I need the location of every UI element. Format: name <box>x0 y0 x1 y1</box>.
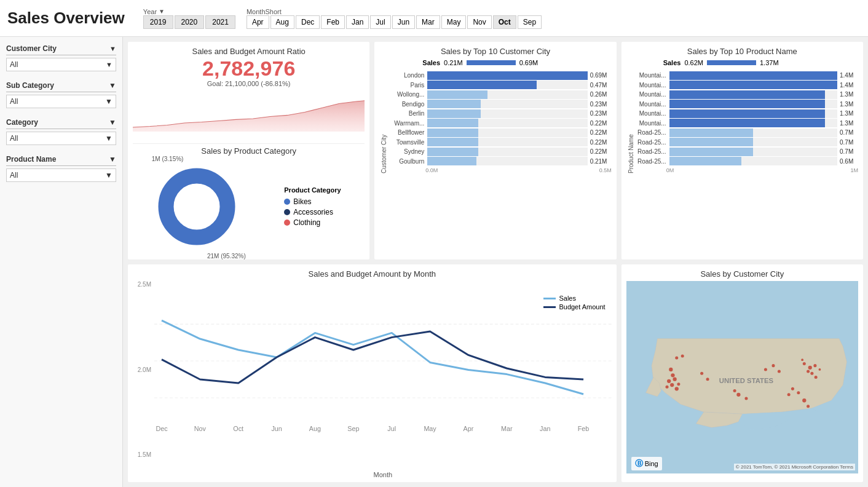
ratio-area-chart <box>133 90 365 139</box>
filter-customer-city-value[interactable]: All ▼ <box>6 58 116 71</box>
product-bar-fill <box>669 138 754 146</box>
svg-point-44 <box>778 370 781 373</box>
month-chips: Apr Aug Dec Feb Jan Jul Jun Mar May Nov … <box>247 15 542 29</box>
month-legend-budget-label: Budget Amount <box>559 303 605 311</box>
filter-product-name-dropdown-chevron: ▼ <box>105 171 112 180</box>
year-label: Year <box>143 8 157 15</box>
svg-point-40 <box>814 376 817 379</box>
product-range-min: 0.62M <box>684 59 703 66</box>
svg-point-3 <box>174 184 219 229</box>
city-range-min: 0.21M <box>444 59 463 66</box>
svg-point-22 <box>667 379 671 383</box>
month-legend: Sales Budget Amount <box>543 293 605 312</box>
svg-text:UNITED STATES: UNITED STATES <box>719 377 774 384</box>
filter-product-name-value[interactable]: All ▼ <box>6 168 116 182</box>
ratio-card-value: 2,782,976 <box>133 57 365 80</box>
city-bar-track <box>427 90 587 99</box>
product-bar-value: 1.3M <box>840 101 858 108</box>
city-bars: London 0.69M Paris 0.47M Wollong... 0.26… <box>387 70 611 173</box>
legend-accessories-dot <box>284 209 290 215</box>
month-chart-area: Dec Nov Oct Jun Aug Sep Jul May Apr Mar … <box>154 281 612 470</box>
city-bar-value: 0.21M <box>590 158 612 165</box>
city-bar-track <box>427 81 587 89</box>
filter-product-name-label: Product Name <box>6 155 56 164</box>
city-bar-fill <box>427 90 487 99</box>
svg-point-50 <box>807 405 810 408</box>
filter-product-name: Product Name ▼ All ▼ <box>6 155 116 182</box>
month-oct[interactable]: Oct <box>493 15 516 29</box>
product-bar-label: Mountai... <box>634 110 666 117</box>
city-axis-label: Customer City <box>379 70 387 173</box>
filter-sub-category-value[interactable]: All ▼ <box>6 95 116 108</box>
category-legend: Product Category Bikes Accessories Cloth… <box>284 186 341 229</box>
city-chart-header: Sales 0.21M 0.69M <box>379 59 611 66</box>
city-bar-track <box>427 100 587 108</box>
svg-text:Sep: Sep <box>347 425 359 432</box>
month-apr[interactable]: Apr <box>247 15 269 29</box>
month-jun[interactable]: Jun <box>392 15 415 29</box>
category-card-title: Sales by Product Category <box>133 146 365 156</box>
filter-category-dropdown-chevron: ▼ <box>105 134 112 143</box>
legend-bikes: Bikes <box>284 197 341 206</box>
svg-point-25 <box>674 387 678 390</box>
svg-point-31 <box>706 378 709 381</box>
product-bar-row: Road-25... 0.7M <box>634 148 858 156</box>
product-bar-track <box>669 90 837 99</box>
city-bar-label: London <box>387 72 424 79</box>
city-bar-fill <box>427 129 478 137</box>
city-bar-value: 0.22M <box>590 129 612 136</box>
product-bar-value: 1.3M <box>840 120 858 127</box>
year-2020[interactable]: 2020 <box>175 15 205 29</box>
product-bar-label: Mountai... <box>634 101 666 108</box>
product-bar-track <box>669 100 837 108</box>
city-x-min: 0.0M <box>425 167 438 173</box>
product-bar-value: 0.6M <box>840 158 858 165</box>
month-aug[interactable]: Aug <box>270 15 294 29</box>
svg-point-46 <box>791 387 794 390</box>
svg-point-41 <box>818 368 821 371</box>
city-card: Sales by Top 10 Customer City Sales 0.21… <box>374 42 616 259</box>
filter-sub-category: Sub Category ▼ All ▼ <box>6 81 116 108</box>
svg-point-21 <box>671 373 674 377</box>
product-bar-fill <box>669 148 754 156</box>
month-mar[interactable]: Mar <box>416 15 440 29</box>
city-x-axis: 0.0M 0.5M <box>387 167 611 173</box>
product-bar-label: Mountai... <box>634 82 666 89</box>
bing-label: Bing <box>645 460 658 467</box>
month-dec[interactable]: Dec <box>296 15 320 29</box>
svg-text:Aug: Aug <box>309 425 321 432</box>
svg-point-35 <box>802 362 805 365</box>
product-bar-row: Road-25... 0.6M <box>634 157 858 165</box>
city-bar-track <box>427 129 587 137</box>
filter-category-label: Category <box>6 118 38 127</box>
product-bar-label: Road-25... <box>634 158 666 165</box>
city-bar-label: Berlin <box>387 110 424 117</box>
filter-sub-category-dropdown-chevron: ▼ <box>105 97 112 106</box>
legend-clothing-label: Clothing <box>293 218 320 227</box>
product-bar-fill <box>669 119 826 127</box>
top-left-panel: Sales and Budget Amount Ratio 2,782,976 … <box>128 42 369 259</box>
city-bar-value: 0.47M <box>590 82 612 89</box>
svg-text:Feb: Feb <box>578 425 590 432</box>
city-bar-label: Warrnam... <box>387 120 424 127</box>
svg-point-23 <box>673 378 676 381</box>
month-feb[interactable]: Feb <box>321 15 345 29</box>
bing-logo-area: Ⓑ Bing <box>631 457 662 470</box>
svg-text:Jan: Jan <box>540 425 550 432</box>
city-bar-fill <box>427 71 587 80</box>
svg-text:Jul: Jul <box>387 425 396 432</box>
month-filter-group: MonthShort Apr Aug Dec Feb Jan Jul Jun M… <box>247 8 542 29</box>
year-2019[interactable]: 2019 <box>143 15 173 29</box>
filter-category-value[interactable]: All ▼ <box>6 132 116 145</box>
month-nov[interactable]: Nov <box>467 15 491 29</box>
map-card-title: Sales by Customer City <box>626 269 858 279</box>
year-2021[interactable]: 2021 <box>205 15 235 29</box>
month-sep[interactable]: Sep <box>518 15 542 29</box>
month-may[interactable]: May <box>441 15 467 29</box>
city-card-title: Sales by Top 10 Customer City <box>379 47 611 56</box>
city-bar-label: Paris <box>387 82 424 89</box>
month-jul[interactable]: Jul <box>370 15 390 29</box>
svg-point-45 <box>764 368 767 371</box>
product-bar-fill <box>669 81 837 89</box>
month-jan[interactable]: Jan <box>346 15 369 29</box>
